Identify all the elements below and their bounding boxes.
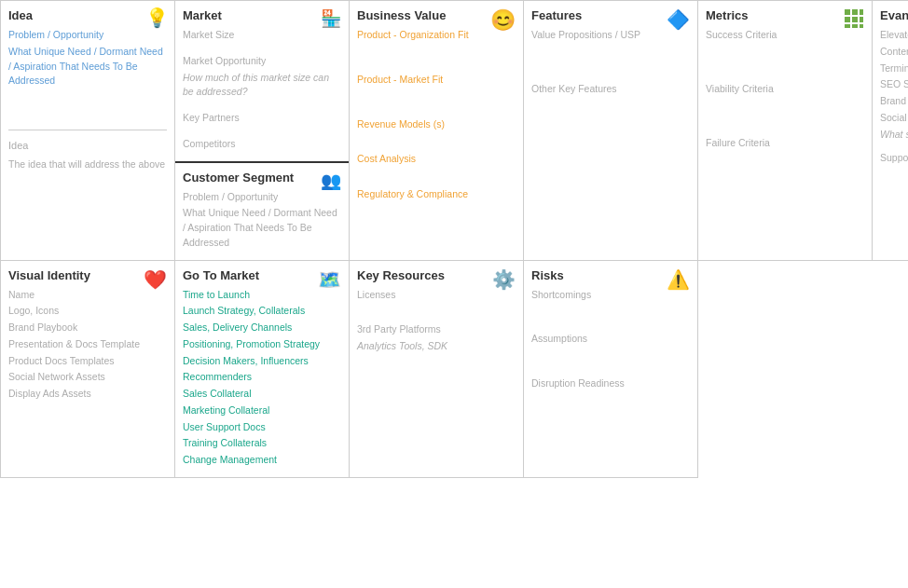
bv-item-3: Revenue Models (s) bbox=[357, 117, 516, 132]
vi-item-7: Display Ads Assets bbox=[8, 387, 167, 402]
cell-features: Features 🔷 Value Propositions / USP Othe… bbox=[524, 1, 698, 261]
svg-rect-5 bbox=[860, 17, 863, 22]
customer-item-2: What Unique Need / Dormant Need / Aspira… bbox=[183, 206, 341, 250]
gtm-item-8: Marketing Collateral bbox=[183, 403, 341, 418]
customer-segment-icon: 👥 bbox=[321, 171, 341, 191]
features-icon: 🔷 bbox=[667, 8, 690, 31]
svg-rect-7 bbox=[852, 24, 858, 28]
cell-market-split: Market 🏪 Market Size Market Opportunity … bbox=[175, 1, 350, 261]
key-resources-icon: ⚙️ bbox=[492, 268, 516, 291]
ev-item-2: Content Strategy bbox=[880, 45, 908, 60]
idea-item-1: Problem / Opportunity bbox=[8, 28, 167, 43]
ev-item-7: What social networks are in focus? bbox=[880, 128, 908, 143]
cell-go-to-market: Go To Market 🗺️ Time to Launch Launch St… bbox=[175, 261, 350, 478]
metrics-item-1: Success Criteria bbox=[706, 28, 864, 43]
market-item-4: Key Partners bbox=[183, 111, 341, 126]
risks-item-2: Assumptions bbox=[531, 332, 690, 347]
gtm-item-6: Recommenders bbox=[183, 370, 341, 385]
customer-segment-title: Customer Segment bbox=[183, 171, 341, 185]
vi-item-5: Product Docs Templates bbox=[8, 354, 167, 369]
idea-icon: 💡 bbox=[145, 7, 169, 29]
bv-item-4: Cost Analysis bbox=[357, 152, 516, 167]
vi-item-2: Logo, Icons bbox=[8, 304, 167, 319]
ev-item-6: Social media Presense bbox=[880, 111, 908, 126]
kr-item-3: Analytics Tools, SDK bbox=[357, 339, 516, 354]
idea-title: Idea bbox=[8, 8, 167, 22]
svg-rect-6 bbox=[845, 24, 850, 28]
gtm-item-3: Sales, Delivery Channels bbox=[183, 321, 341, 335]
vi-item-3: Brand Playbook bbox=[8, 321, 167, 335]
gtm-item-9: User Support Docs bbox=[183, 420, 341, 435]
metrics-title: Metrics bbox=[706, 8, 864, 22]
market-item-2: Market Opportunity bbox=[183, 54, 341, 69]
cell-market: Market 🏪 Market Size Market Opportunity … bbox=[175, 1, 349, 163]
svg-rect-0 bbox=[845, 9, 850, 15]
ev-item-8: Support Channels bbox=[880, 151, 908, 166]
idea-bottom-title: Idea bbox=[8, 138, 167, 154]
cell-evangelism: Evangelism 🔊 Elevator Pitch Content Stra… bbox=[873, 1, 908, 261]
customer-item-1: Problem / Opportunity bbox=[183, 190, 341, 205]
gtm-item-10: Training Collaterals bbox=[183, 436, 341, 451]
cell-idea: Idea 💡 Problem / Opportunity What Unique… bbox=[1, 1, 175, 261]
market-icon: 🏪 bbox=[321, 8, 341, 29]
ev-item-1: Elevator Pitch bbox=[880, 28, 908, 43]
visual-identity-icon: ❤️ bbox=[144, 268, 167, 291]
idea-bottom-desc: The idea that will address the above bbox=[8, 157, 167, 172]
ev-item-3: Terminology bbox=[880, 62, 908, 76]
svg-rect-8 bbox=[860, 24, 863, 28]
idea-item-2: What Unique Need / Dormant Need / Aspira… bbox=[8, 45, 167, 89]
risks-icon: ⚠️ bbox=[667, 268, 690, 291]
vi-item-4: Presentation & Docs Template bbox=[8, 337, 167, 352]
market-item-3: How much of this market size can be addr… bbox=[183, 71, 341, 101]
svg-rect-3 bbox=[845, 17, 850, 22]
cell-metrics: Metrics Success Criteria Viability Crite… bbox=[698, 1, 873, 261]
ev-item-5: Brand Assets (Domains, etc) bbox=[880, 94, 908, 109]
gtm-item-2: Launch Strategy, Collaterals bbox=[183, 304, 341, 319]
gtm-item-7: Sales Collateral bbox=[183, 387, 341, 402]
metrics-item-2: Viability Criteria bbox=[706, 82, 864, 97]
metrics-item-3: Failure Criteria bbox=[706, 136, 864, 151]
kr-item-2: 3rd Party Platforms bbox=[357, 322, 516, 337]
svg-rect-4 bbox=[852, 17, 858, 22]
svg-rect-1 bbox=[852, 9, 858, 15]
gtm-item-4: Positioning, Promotion Strategy bbox=[183, 337, 341, 352]
cell-visual-identity: Visual Identity ❤️ Name Logo, Icons Bran… bbox=[1, 261, 175, 478]
bv-item-2: Product - Market Fit bbox=[357, 73, 516, 88]
go-to-market-icon: 🗺️ bbox=[318, 268, 341, 291]
market-title: Market bbox=[183, 8, 341, 22]
business-value-icon: 😊 bbox=[490, 8, 516, 33]
bv-item-5: Regulatory & Compliance bbox=[357, 187, 516, 202]
svg-rect-2 bbox=[860, 9, 863, 15]
cell-risks: Risks ⚠️ Shortcomings Assumptions Disrup… bbox=[524, 261, 698, 478]
cell-business-value: Business Value 😊 Product - Organization … bbox=[350, 1, 524, 261]
vi-item-6: Social Network Assets bbox=[8, 370, 167, 385]
main-grid: Idea 💡 Problem / Opportunity What Unique… bbox=[0, 0, 908, 478]
risks-item-3: Disruption Readiness bbox=[531, 376, 690, 391]
features-item-2: Other Key Features bbox=[531, 82, 690, 97]
evangelism-title: Evangelism bbox=[880, 8, 908, 22]
ev-item-4: SEO Strategy bbox=[880, 77, 908, 92]
market-item-5: Competitors bbox=[183, 137, 341, 152]
cell-key-resources: Key Resources ⚙️ Licenses 3rd Party Plat… bbox=[350, 261, 524, 478]
market-item-1: Market Size bbox=[183, 28, 341, 43]
gtm-item-11: Change Management bbox=[183, 453, 341, 468]
cell-customer-segment: Customer Segment 👥 Problem / Opportunity… bbox=[175, 163, 349, 260]
gtm-item-5: Decision Makers, Influencers bbox=[183, 354, 341, 369]
metrics-icon bbox=[844, 8, 864, 34]
